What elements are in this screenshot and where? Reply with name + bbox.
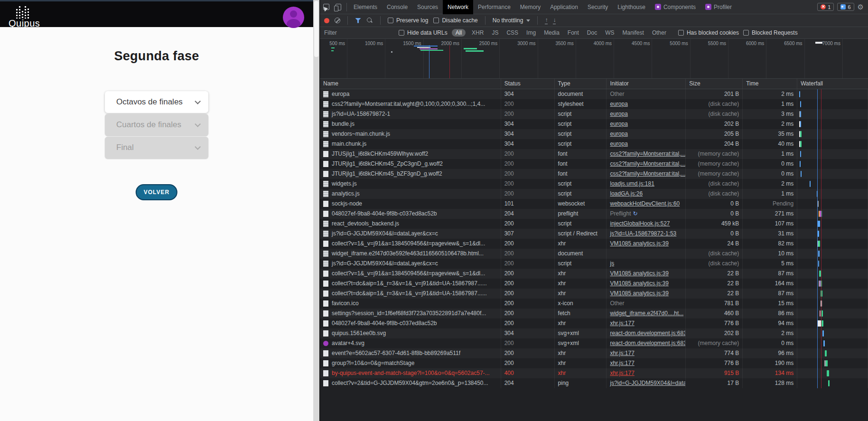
request-row[interactable]: react_devtools_backend.js200scriptinject…	[320, 219, 868, 229]
initiator-link[interactable]: VM1085 analytics.js:39	[610, 270, 668, 277]
request-name-cell[interactable]: favicon.ico	[320, 299, 501, 309]
request-row[interactable]: JTURjIg1_i6t8kCHKm45_ZpC3gnD_g.woff2200f…	[320, 159, 868, 169]
request-name-cell[interactable]: bundle.js	[320, 119, 501, 129]
request-row[interactable]: avatar+4.svg200svg+xmlreact-dom.developm…	[320, 338, 868, 348]
request-waterfall-cell[interactable]	[797, 279, 868, 289]
request-row[interactable]: 048027ef-9ba8-404e-9f8b-c037ed8ac52b204p…	[320, 209, 868, 219]
request-row[interactable]: analytics.js200scriptloadGA.js:26(disk c…	[320, 189, 868, 199]
tab-performance[interactable]: Performance	[473, 0, 515, 14]
request-name-cell[interactable]: avatar+4.svg	[320, 338, 501, 348]
network-overview-timeline[interactable]: 500 ms1000 ms1500 ms2000 ms2500 ms3000 m…	[320, 39, 868, 79]
request-waterfall-cell[interactable]	[797, 328, 868, 338]
export-har-icon[interactable]: ↓	[553, 17, 556, 24]
request-name-cell[interactable]: js?id=G-JGJDM59X04&l=dataLayer&cx=c	[320, 259, 501, 269]
has-blocked-cookies-checkbox[interactable]: Has blocked cookies	[678, 29, 739, 36]
column-header-size[interactable]: Size	[686, 79, 743, 89]
initiator-link[interactable]: js	[610, 260, 614, 267]
request-name-cell[interactable]: js?id=UA-158679872-1	[320, 109, 501, 119]
initiator-link[interactable]: loadGA.js:26	[610, 190, 643, 197]
request-name-cell[interactable]: JTURjIg1_i6t8kCHKm45_ZpC3gnD_g.woff2	[320, 159, 501, 169]
clear-button[interactable]	[335, 18, 340, 23]
type-filter-media[interactable]: Media	[542, 29, 561, 37]
request-waterfall-cell[interactable]	[797, 199, 868, 209]
preserve-log-checkbox[interactable]: Preserve log	[388, 17, 428, 24]
initiator-link[interactable]: css2?family=Montserrat:ital,...	[610, 170, 685, 177]
request-name-cell[interactable]: settings?session_id=1f6ef68fd3f723a70352…	[320, 309, 501, 318]
request-row[interactable]: JTUSjIg1_i6t8kCHKm459Wlhyw.woff2200fontc…	[320, 149, 868, 159]
request-name-cell[interactable]: main.chunk.js	[320, 139, 501, 149]
filter-toggle-icon[interactable]	[355, 18, 361, 23]
request-waterfall-cell[interactable]	[797, 159, 868, 169]
initiator-link[interactable]: react-dom.development.js:683	[610, 340, 686, 346]
request-name-cell[interactable]: group?l=10&o=0&g=matchStage	[320, 358, 501, 368]
request-row[interactable]: vendors~main.chunk.js304scripteuropa205 …	[320, 129, 868, 139]
request-waterfall-cell[interactable]	[797, 229, 868, 239]
request-name-cell[interactable]: widgets.js	[320, 179, 501, 189]
request-waterfall-cell[interactable]	[797, 129, 868, 139]
import-har-icon[interactable]: ↑	[545, 17, 548, 24]
initiator-link[interactable]: loadjs.umd.js:181	[610, 180, 654, 187]
request-row[interactable]: JTURjIg1_i6t8kCHKm45_bZF3gnD_g.woff2200f…	[320, 169, 868, 179]
request-waterfall-cell[interactable]	[797, 348, 868, 358]
type-filter-img[interactable]: Img	[524, 29, 538, 37]
request-row[interactable]: group?l=10&o=0&g=matchStage200xhrxhr.js:…	[320, 358, 868, 368]
type-filter-all[interactable]: All	[452, 29, 466, 37]
request-name-cell[interactable]: widget_iframe.e2f47d03e592fe463d11656051…	[320, 249, 501, 259]
column-header-initiator[interactable]: Initiator	[607, 79, 686, 89]
record-button[interactable]	[324, 18, 329, 23]
type-filter-manifest[interactable]: Manifest	[621, 29, 646, 37]
request-name-cell[interactable]: react_devtools_backend.js	[320, 219, 501, 229]
request-row[interactable]: css2?family=Montserrat:ital,wght@0,100;0…	[320, 99, 868, 109]
error-count-badge[interactable]: ✕ 1	[817, 3, 834, 11]
initiator-link[interactable]: js?id=G-JGJDM59X04&l=data...	[610, 380, 686, 386]
request-name-cell[interactable]: sockjs-node	[320, 199, 501, 209]
column-header-name[interactable]: Name	[320, 79, 501, 89]
throttling-dropdown[interactable]: No throttling	[493, 17, 531, 24]
column-header-status[interactable]: Status	[501, 79, 555, 89]
request-waterfall-cell[interactable]	[797, 89, 868, 99]
tab-components[interactable]: Components	[650, 0, 700, 14]
initiator-link[interactable]: css2?family=Montserrat:ital,...	[610, 160, 685, 167]
type-filter-doc[interactable]: Doc	[585, 29, 599, 37]
dropdown-octavos[interactable]: Octavos de finales	[105, 91, 208, 113]
initiator-link[interactable]: europa	[610, 121, 627, 127]
request-waterfall-cell[interactable]	[797, 299, 868, 309]
request-row[interactable]: collect?t=dc&aip=1&_r=3&v=1&_v=j91&tid=U…	[320, 289, 868, 299]
request-row[interactable]: bundle.js304scripteuropa202 B2 ms	[320, 119, 868, 129]
initiator-link[interactable]: widget_iframe.e2f47d0....ht...	[610, 310, 683, 317]
type-filter-font[interactable]: Font	[566, 29, 581, 37]
blocked-requests-checkbox[interactable]: Blocked Requests	[743, 29, 798, 36]
type-filter-other[interactable]: Other	[650, 29, 668, 37]
initiator-link[interactable]: xhr.js:177	[610, 360, 634, 366]
column-header-waterfall[interactable]: Waterfall	[797, 79, 868, 89]
tab-lighthouse[interactable]: Lighthouse	[613, 0, 650, 14]
request-waterfall-cell[interactable]	[797, 169, 868, 179]
tab-memory[interactable]: Memory	[515, 0, 545, 14]
request-name-cell[interactable]: analytics.js	[320, 189, 501, 199]
request-row[interactable]: europa304documentOther201 B2 ms	[320, 89, 868, 99]
request-name-cell[interactable]: collect?v=1&_v=j91&a=1384509456&t=pagevi…	[320, 239, 501, 249]
tab-security[interactable]: Security	[583, 0, 613, 14]
request-waterfall-cell[interactable]	[797, 249, 868, 259]
inspect-element-button[interactable]	[320, 0, 332, 14]
request-row[interactable]: favicon.ico200x-iconOther781 B15 ms	[320, 299, 868, 309]
request-name-cell[interactable]: europa	[320, 89, 501, 99]
request-name-cell[interactable]: quipus.1561ee0b.svg	[320, 328, 501, 338]
request-waterfall-cell[interactable]	[797, 239, 868, 249]
type-filter-js[interactable]: JS	[490, 29, 500, 37]
page-scrollbar[interactable]	[313, 0, 319, 421]
request-name-cell[interactable]: 048027ef-9ba8-404e-9f8b-c037ed8ac52b	[320, 209, 501, 219]
request-waterfall-cell[interactable]	[797, 219, 868, 229]
request-row[interactable]: settings?session_id=1f6ef68fd3f723a70352…	[320, 309, 868, 318]
request-row[interactable]: by-quipus-event-and-match-stage?l=100&o=…	[320, 368, 868, 378]
tab-profiler[interactable]: Profiler	[700, 0, 737, 14]
request-waterfall-cell[interactable]	[797, 209, 868, 219]
initiator-link[interactable]: injectGlobalHook.js:527	[610, 220, 670, 227]
request-waterfall-cell[interactable]	[797, 149, 868, 159]
request-name-cell[interactable]: vendors~main.chunk.js	[320, 129, 501, 139]
initiator-link[interactable]: europa	[610, 131, 627, 137]
request-waterfall-cell[interactable]	[797, 318, 868, 328]
initiator-link[interactable]: xhr.js:177	[610, 370, 634, 376]
quipus-logo[interactable]: Quipus	[9, 4, 61, 27]
initiator-link[interactable]: xhr.js:177	[610, 350, 634, 356]
